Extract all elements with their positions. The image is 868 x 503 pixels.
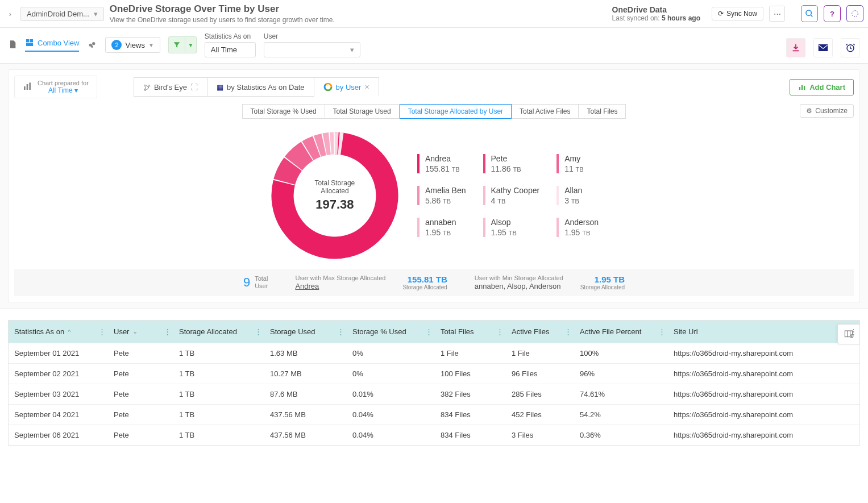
table-cell: 3 Files <box>506 425 574 445</box>
legend-item[interactable]: Amelia Ben5.86 TB <box>417 186 466 205</box>
add-chart-icon <box>798 83 806 91</box>
table-cell: 285 Files <box>506 384 574 404</box>
user-filter-select[interactable]: ▾ <box>264 42 360 57</box>
drag-handle-icon[interactable]: ⋮ <box>564 327 572 336</box>
subtab-storage-allocated[interactable]: Total Storage Allocated by User <box>400 104 512 119</box>
min-user-value: 1.95 TB <box>580 275 625 284</box>
stat-as-on-select[interactable]: All Time <box>205 42 256 57</box>
subtab-storage-used[interactable]: Total Storage Used <box>325 104 400 119</box>
sync-ago: 5 hours ago <box>662 14 700 22</box>
table-cell: 1 TB <box>173 425 264 445</box>
legend-item[interactable]: Alsop1.95 TB <box>483 218 540 237</box>
filter-button[interactable] <box>168 36 185 53</box>
tab-birds-eye[interactable]: 🕊 Bird's Eye ⛶ <box>134 77 207 97</box>
views-dropdown[interactable]: 2 Views ▼ <box>105 37 160 53</box>
combo-view-tab[interactable]: Combo View <box>25 38 79 52</box>
column-header[interactable]: Site Url⋮ <box>668 321 859 343</box>
drag-handle-icon[interactable]: ⋮ <box>98 327 106 336</box>
chart-view-icon[interactable] <box>87 40 97 51</box>
svg-point-7 <box>92 42 95 45</box>
legend-item[interactable]: Amy11 TB <box>556 154 599 173</box>
column-header[interactable]: Storage Allocated⋮ <box>173 321 264 343</box>
table-row[interactable]: September 06 2021Pete1 TB437.56 MB0.04%8… <box>9 425 859 445</box>
column-header[interactable]: Storage % Used⋮ <box>347 321 435 343</box>
total-users-value: 9 <box>243 275 250 290</box>
drag-handle-icon[interactable]: ⋮ <box>658 327 666 336</box>
table-cell: 100% <box>574 343 668 363</box>
drag-handle-icon[interactable]: ⋮ <box>850 327 857 336</box>
table-cell: https://o365droid-my.sharepoint.com <box>668 364 859 384</box>
drag-handle-icon[interactable]: ⋮ <box>255 327 262 336</box>
search-icon <box>805 9 814 18</box>
table-cell: 1 TB <box>173 384 264 404</box>
table-cell: 1 TB <box>173 343 264 363</box>
legend-item[interactable]: Andrea155.81 TB <box>417 154 466 173</box>
email-button[interactable] <box>813 38 833 57</box>
legend-item[interactable]: Pete11.86 TB <box>483 154 540 173</box>
table-cell: 0.36% <box>574 425 668 445</box>
tab-by-statistics-date[interactable]: ▦ by Statistics As on Date <box>207 77 314 97</box>
search-button[interactable] <box>801 5 818 22</box>
max-user-name[interactable]: Andrea <box>295 282 385 290</box>
alarm-icon <box>845 43 855 53</box>
user-filter-label: User <box>264 32 360 40</box>
svg-rect-19 <box>804 86 805 90</box>
more-menu-button[interactable]: ⋯ <box>769 6 785 22</box>
table-cell: September 03 2021 <box>9 384 108 404</box>
page-title: OneDrive Storage Over Time by User <box>110 3 607 15</box>
combo-view-label: Combo View <box>38 39 79 47</box>
funnel-icon <box>173 41 181 49</box>
add-chart-button[interactable]: Add Chart <box>790 79 854 95</box>
drag-handle-icon[interactable]: ⋮ <box>337 327 344 336</box>
subtab-active-files[interactable]: Total Active Files <box>512 104 579 119</box>
column-header[interactable]: Storage Used⋮ <box>264 321 347 343</box>
chart-prep-dropdown[interactable]: All Time ▾ <box>38 86 89 94</box>
subtab-total-files[interactable]: Total Files <box>579 104 626 119</box>
legend-item[interactable]: Anderson1.95 TB <box>556 218 599 237</box>
bird-icon: 🕊 <box>143 83 151 92</box>
table-cell: Pete <box>108 364 173 384</box>
tab-by-user[interactable]: by User × <box>314 77 379 97</box>
table-row[interactable]: September 02 2021Pete1 TB10.27 MB0%100 F… <box>9 363 859 384</box>
expand-icon: ⛶ <box>190 83 198 92</box>
mail-icon <box>818 44 828 52</box>
subtab-storage-pct-used[interactable]: Total Storage % Used <box>242 104 325 119</box>
table-row[interactable]: September 01 2021Pete1 TB1.63 MB0%1 File… <box>9 343 859 363</box>
drag-handle-icon[interactable]: ⋮ <box>496 327 504 336</box>
column-header[interactable]: Active File Percent⋮ <box>574 321 668 343</box>
column-header[interactable]: User ⌄⋮ <box>108 321 173 343</box>
nav-forward[interactable]: › <box>5 8 16 19</box>
svg-rect-13 <box>29 82 31 90</box>
download-button[interactable] <box>786 38 805 57</box>
combo-view-icon <box>25 38 34 47</box>
table-cell: 0% <box>347 364 435 384</box>
sync-now-button[interactable]: ⟳ Sync Now <box>712 7 763 20</box>
ai-assistant-button[interactable] <box>846 5 863 22</box>
drag-handle-icon[interactable]: ⋮ <box>425 327 433 336</box>
legend-item[interactable]: annaben1.95 TB <box>417 218 466 237</box>
drag-handle-icon[interactable]: ⋮ <box>164 327 171 336</box>
column-header[interactable]: Statistics As on ^⋮ <box>9 321 108 343</box>
org-dropdown[interactable]: AdminDroid Dem... ▾ <box>20 7 104 21</box>
document-icon[interactable] <box>8 39 17 51</box>
org-name: AdminDroid Dem... <box>27 10 89 18</box>
legend-item[interactable]: Allan3 TB <box>556 186 599 205</box>
max-user-value: 155.81 TB <box>402 275 447 284</box>
table-cell: 0.04% <box>347 425 435 445</box>
legend-item[interactable]: Kathy Cooper4 TB <box>483 186 540 205</box>
table-row[interactable]: September 04 2021Pete1 TB437.56 MB0.04%8… <box>9 404 859 425</box>
filter-dropdown[interactable]: ▼ <box>185 36 197 53</box>
close-tab-icon[interactable]: × <box>364 82 369 92</box>
column-header[interactable]: Total Files⋮ <box>435 321 506 343</box>
schedule-button[interactable] <box>841 38 860 57</box>
column-header[interactable]: Active Files⋮ <box>506 321 574 343</box>
table-cell: September 01 2021 <box>9 343 108 363</box>
svg-rect-18 <box>801 85 803 90</box>
donut-chart[interactable]: Total Storage Allocated 197.38 <box>269 130 400 261</box>
chart-prep-label: Chart prepared for <box>38 80 89 86</box>
help-button[interactable]: ? <box>824 5 841 22</box>
table-cell: 0% <box>347 343 435 363</box>
table-row[interactable]: September 03 2021Pete1 TB87.6 MB0.01%382… <box>9 384 859 404</box>
table-cell: 1 TB <box>173 364 264 384</box>
customize-button[interactable]: ⚙ Customize <box>800 104 854 118</box>
